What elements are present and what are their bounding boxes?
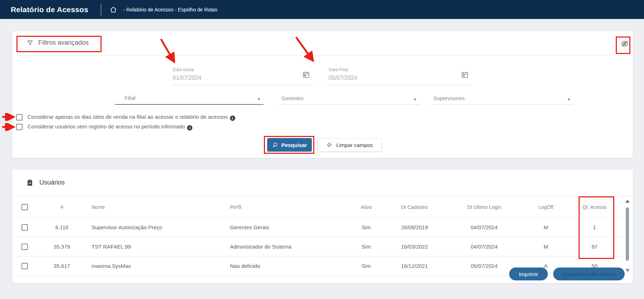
cell-nome: Supervisor Autorização Preço xyxy=(87,224,227,230)
scroll-up-arrow-icon[interactable] xyxy=(625,200,630,203)
gerentes-select[interactable]: Gerentes ▾ xyxy=(279,91,420,105)
pesquisar-button[interactable]: Pesquisar xyxy=(267,138,312,152)
clipboard-check-icon xyxy=(26,179,33,186)
table-row[interactable]: 35.379 TST RAFAEL 99 Administrador do Si… xyxy=(12,237,624,256)
cell-num: 6.110 xyxy=(37,224,87,230)
cell-dt-cadastro: 16/03/2022 xyxy=(388,244,441,250)
cell-qt-acesso: 97 xyxy=(565,244,624,250)
cell-perfil: Gerentes Gerais xyxy=(227,224,345,230)
filter-funnel-icon xyxy=(26,39,34,46)
filters-title: Filtros avançados xyxy=(38,39,89,46)
checkbox-row-sem-registro: Considerar usuários sem registro de aces… xyxy=(16,123,192,131)
filial-select[interactable]: Filial ▾ xyxy=(115,91,264,105)
limpar-campos-button-label: Limpar campos xyxy=(336,142,373,148)
dias-uteis-checkbox-label: Considerar apenas os dias úteis de venda… xyxy=(28,114,235,121)
date-end-label: Data Final xyxy=(329,65,471,72)
cell-num: 35.379 xyxy=(37,244,87,250)
cell-nome: maxima.SysMax xyxy=(87,263,227,269)
limpar-campos-button[interactable]: Limpar campos xyxy=(317,138,382,152)
top-bar: Relatório de Acessos - Relatório de Aces… xyxy=(0,0,644,19)
imprimir-button[interactable]: Imprimir xyxy=(509,268,548,280)
page: { "header": { "title": "Relatório de Ace… xyxy=(0,0,644,299)
eraser-icon xyxy=(326,142,333,148)
row-checkbox[interactable] xyxy=(21,224,28,231)
users-header: Usuários xyxy=(26,179,65,186)
col-header-ativo[interactable]: Ativo xyxy=(345,204,388,210)
frequencia-de-acesso-button[interactable]: Frequência de acesso xyxy=(553,268,625,280)
users-card: Usuários # Nome Perfil Ativo Dt Cadastro… xyxy=(12,170,633,283)
cell-dt-ultimo-login: 04/07/2024 xyxy=(441,224,527,230)
sem-registro-checkbox-label: Considerar usuários sem registro de aces… xyxy=(28,123,192,131)
cell-nome: TST RAFAEL 99 xyxy=(87,244,227,250)
cell-ativo: Sim xyxy=(345,224,388,230)
filters-header-divider xyxy=(12,55,633,56)
gerentes-select-label: Gerentes xyxy=(281,95,304,104)
date-end-field[interactable]: Data Final 05/07/2024 xyxy=(326,65,471,85)
users-table-header: # Nome Perfil Ativo Dt Cadastro Dt Ultim… xyxy=(12,196,624,218)
cell-logoff: M xyxy=(527,244,565,250)
chevron-down-icon[interactable]: ▾ xyxy=(414,97,416,102)
topbar-divider xyxy=(101,4,101,16)
cell-ativo: Sim xyxy=(345,263,388,269)
col-header-qt-acesso[interactable]: Qt. Acesso xyxy=(565,204,624,210)
chevron-down-icon[interactable]: ▾ xyxy=(567,97,570,102)
info-icon[interactable]: i xyxy=(187,125,192,131)
cell-ativo: Sim xyxy=(345,244,388,250)
col-header-nome[interactable]: Nome xyxy=(87,204,227,210)
cell-logoff: M xyxy=(527,224,565,230)
col-header-perfil[interactable]: Perfil xyxy=(227,204,345,210)
dias-uteis-checkbox[interactable] xyxy=(16,114,23,121)
home-icon[interactable] xyxy=(109,5,118,14)
cell-dt-ultimo-login: 04/07/2024 xyxy=(441,244,527,250)
page-title: Relatório de Acessos xyxy=(11,5,88,14)
row-checkbox[interactable] xyxy=(21,244,28,250)
table-row[interactable]: 6.110 Supervisor Autorização Preço Geren… xyxy=(12,218,624,237)
col-header-num[interactable]: # xyxy=(37,204,87,210)
hide-filters-eye-off-icon[interactable] xyxy=(619,38,630,49)
filters-card: Filtros avançados Data Inicial 01/07/202… xyxy=(12,31,633,158)
col-header-dt-cadastro[interactable]: Dt Cadastro xyxy=(388,204,441,210)
scroll-down-arrow-icon[interactable] xyxy=(625,269,630,272)
cell-qt-acesso: 1 xyxy=(565,224,624,230)
chevron-down-icon[interactable]: ▾ xyxy=(257,96,260,102)
cell-dt-cadastro: 16/12/2021 xyxy=(388,263,441,269)
col-header-logoff[interactable]: LogOff xyxy=(527,204,565,210)
pesquisar-button-label: Pesquisar xyxy=(281,142,307,148)
table-scrollbar[interactable] xyxy=(625,197,630,277)
scrollbar-thumb[interactable] xyxy=(626,207,629,261)
breadcrumb: - Relatório de Acessos - Espelho de Rota… xyxy=(123,7,217,13)
checkbox-row-dias-uteis: Considerar apenas os dias úteis de venda… xyxy=(16,114,235,121)
date-start-value[interactable]: 01/07/2024 xyxy=(173,72,313,81)
cell-perfil: Nao definido xyxy=(227,263,345,269)
date-start-field[interactable]: Data Inicial 01/07/2024 xyxy=(173,65,313,85)
filters-header[interactable]: Filtros avançados xyxy=(26,39,89,46)
row-checkbox[interactable] xyxy=(21,263,28,269)
sem-registro-checkbox[interactable] xyxy=(16,124,23,130)
users-table: # Nome Perfil Ativo Dt Cadastro Dt Ultim… xyxy=(12,196,624,276)
select-all-checkbox[interactable] xyxy=(21,204,28,210)
search-icon xyxy=(272,142,278,148)
cell-dt-cadastro: 26/08/2019 xyxy=(388,224,441,230)
calendar-icon[interactable] xyxy=(461,71,469,80)
supervisores-select[interactable]: Supervisores ▾ xyxy=(431,91,574,105)
cell-num: 35.617 xyxy=(37,263,87,269)
info-icon[interactable]: i xyxy=(230,116,235,121)
date-end-value[interactable]: 05/07/2024 xyxy=(329,72,471,81)
col-header-dt-ultimo-login[interactable]: Dt Ultimo Login xyxy=(441,204,527,210)
filial-select-label: Filial xyxy=(124,95,136,104)
cell-perfil: Administrador do Sistema xyxy=(227,244,345,250)
date-start-label: Data Inicial xyxy=(173,65,313,72)
supervisores-select-label: Supervisores xyxy=(433,95,465,104)
users-title: Usuários xyxy=(39,179,65,186)
calendar-icon[interactable] xyxy=(302,71,310,80)
